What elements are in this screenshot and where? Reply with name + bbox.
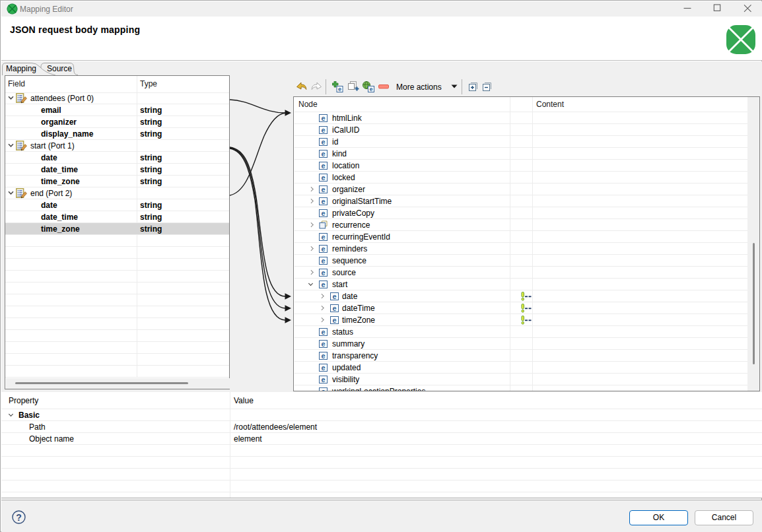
svg-text:?: ? (16, 512, 22, 523)
svg-text:e: e (338, 86, 341, 92)
svg-text:e: e (369, 86, 372, 92)
